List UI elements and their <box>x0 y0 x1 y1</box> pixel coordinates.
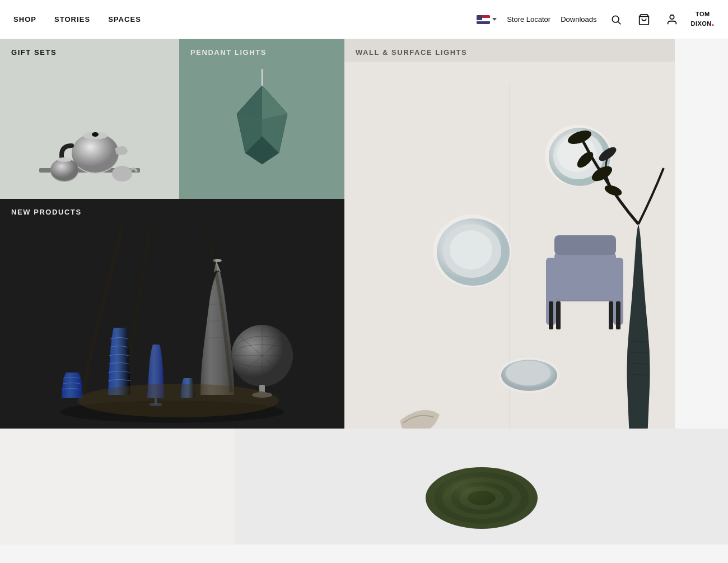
new-products-label: NEW PRODUCTS <box>11 208 82 216</box>
svg-point-32 <box>498 357 560 393</box>
bottom-section <box>0 429 728 545</box>
svg-point-0 <box>612 16 619 22</box>
svg-rect-39 <box>549 301 553 329</box>
pendant-lights-label: PENDANT LIGHTS <box>190 48 267 57</box>
svg-point-8 <box>92 132 99 137</box>
logo-text: Tom Dixon. <box>691 11 715 29</box>
svg-point-29 <box>433 215 511 287</box>
site-header: SHOP STORIES SPACES Store Locator Downlo… <box>0 0 728 39</box>
svg-rect-38 <box>609 301 613 329</box>
gift-sets-svg <box>22 81 157 193</box>
cart-button[interactable] <box>635 11 653 29</box>
svg-rect-41 <box>554 235 616 255</box>
wall-surface-image <box>344 62 675 429</box>
new-products-svg <box>10 227 335 429</box>
site-logo[interactable]: Tom Dixon. <box>691 11 715 29</box>
svg-rect-40 <box>616 301 620 329</box>
region-selector[interactable] <box>477 15 497 24</box>
svg-marker-16 <box>237 86 262 119</box>
bottom-left-panel <box>0 429 235 545</box>
svg-point-11 <box>57 157 72 162</box>
gift-sets-label: GIFT SETS <box>11 48 57 57</box>
downloads-link[interactable]: Downloads <box>561 15 596 24</box>
new-products-image <box>0 221 344 429</box>
main-nav: SHOP STORIES SPACES <box>13 15 141 24</box>
chevron-down-icon <box>492 18 497 21</box>
user-icon <box>666 13 678 26</box>
svg-line-1 <box>618 21 620 24</box>
bottom-right-panel <box>235 429 728 545</box>
pendant-lights-image <box>179 62 344 199</box>
cart-icon <box>638 13 650 26</box>
gift-sets-image <box>0 62 179 199</box>
header-right: Store Locator Downloads Tom <box>477 11 715 29</box>
rug-image <box>420 445 543 529</box>
svg-rect-37 <box>556 301 561 329</box>
svg-point-12 <box>112 166 132 182</box>
pendant-svg <box>206 69 318 192</box>
nav-shop[interactable]: SHOP <box>13 15 36 24</box>
wall-svg <box>344 62 675 429</box>
pendant-lights-tile[interactable]: PENDANT LIGHTS <box>179 39 344 199</box>
store-locator-link[interactable]: Store Locator <box>507 15 550 24</box>
svg-point-60 <box>77 384 279 417</box>
svg-point-3 <box>670 15 674 18</box>
account-button[interactable] <box>663 11 681 29</box>
nav-spaces[interactable]: SPACES <box>108 15 141 24</box>
wall-surface-tile[interactable]: WALL & SURFACE LIGHTS <box>344 39 675 429</box>
svg-point-67 <box>426 467 538 529</box>
gift-sets-tile[interactable]: GIFT SETS <box>0 39 179 199</box>
search-icon <box>610 14 622 25</box>
us-flag-icon <box>477 15 490 24</box>
svg-marker-15 <box>262 86 287 119</box>
nav-stories[interactable]: STORIES <box>54 15 90 24</box>
wall-surface-label: WALL & SURFACE LIGHTS <box>356 48 467 57</box>
product-grid: GIFT SETS <box>0 39 728 429</box>
new-products-tile[interactable]: NEW PRODUCTS <box>0 199 344 429</box>
svg-rect-34 <box>554 252 616 300</box>
search-button[interactable] <box>607 11 625 29</box>
